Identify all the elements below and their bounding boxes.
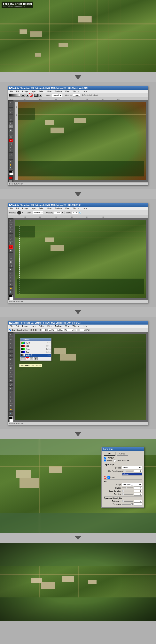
- preview-checkbox[interactable]: [104, 457, 106, 459]
- menu-layer-3[interactable]: Layer: [30, 325, 36, 328]
- source-select[interactable]: None Transparency Alpha 1: [122, 466, 142, 469]
- bbox-h-input[interactable]: [80, 329, 89, 332]
- rotation-thumb[interactable]: [122, 493, 124, 495]
- tool2-pen[interactable]: ✒: [8, 268, 13, 271]
- mode-select-2[interactable]: Normal: [33, 211, 43, 214]
- tool3-pen[interactable]: ✒: [8, 387, 13, 390]
- tool3-magic[interactable]: ✦: [8, 346, 13, 349]
- tool2-history[interactable]: ↺: [8, 253, 13, 256]
- channel-row-alpha1[interactable]: Alpha 1 Ctrl+4: [20, 354, 51, 357]
- channel-row-blue[interactable]: Blue Ctrl+3: [20, 350, 51, 354]
- bg-color-2[interactable]: [9, 297, 13, 300]
- tool2-brush-active[interactable]: ✏: [8, 245, 13, 249]
- menu-window-3[interactable]: Window: [72, 325, 80, 328]
- opacity-input-1[interactable]: [73, 94, 80, 97]
- tool-pen[interactable]: ✒: [8, 146, 13, 149]
- tool2-stamp[interactable]: ▣: [8, 249, 13, 252]
- tool3-zoom[interactable]: 🔍: [8, 412, 13, 415]
- menu-filter-1[interactable]: Filter: [47, 90, 52, 93]
- tool-shape[interactable]: □: [8, 156, 13, 159]
- brightness-thumb[interactable]: [122, 500, 124, 502]
- menu-file-2[interactable]: File: [9, 207, 13, 210]
- gradient-reflected-btn[interactable]: ◫: [34, 94, 38, 97]
- invert-checkbox[interactable]: [107, 476, 110, 479]
- tool3-brush[interactable]: ✏: [8, 362, 13, 366]
- menu-analysis-2[interactable]: Analysis: [54, 207, 63, 210]
- menu-layer-1[interactable]: Layer: [30, 90, 36, 93]
- tool2-eyedrop[interactable]: 🖊: [8, 238, 13, 241]
- tool2-eraser[interactable]: ◻: [8, 256, 13, 260]
- bbox-y-input[interactable]: [54, 329, 64, 332]
- channel-delete-btn[interactable]: 🗑: [34, 358, 38, 360]
- tool-hand[interactable]: ✋: [8, 163, 13, 166]
- tool3-gradient[interactable]: ▦: [8, 378, 13, 382]
- rotation-input[interactable]: [134, 493, 142, 496]
- tool3-lasso[interactable]: ⊂: [8, 341, 13, 345]
- menu-layer-2[interactable]: Layer: [30, 207, 36, 210]
- channel-save-btn[interactable]: □: [26, 358, 29, 360]
- airbrush-btn[interactable]: 💨: [79, 212, 81, 214]
- gradient-preview[interactable]: [9, 94, 20, 97]
- blade-input[interactable]: [134, 490, 142, 492]
- channel-load-btn[interactable]: ○: [21, 358, 25, 360]
- menu-edit-1[interactable]: Edit: [15, 90, 20, 93]
- channel-row-green[interactable]: Green Ctrl+2: [20, 348, 51, 350]
- tool2-path[interactable]: ▷: [8, 276, 13, 279]
- menu-select-2[interactable]: Select: [38, 207, 45, 210]
- tool-stamp[interactable]: ▣: [8, 128, 13, 132]
- alpha1-option-highlighted[interactable]: Alpha 1: [122, 473, 142, 476]
- menu-select-3[interactable]: Select: [38, 325, 45, 328]
- tool-eraser[interactable]: ◻: [8, 135, 13, 138]
- menu-analysis-3[interactable]: Analysis: [54, 325, 63, 328]
- tool3-hand[interactable]: ✋: [8, 408, 13, 411]
- tool3-heal[interactable]: ✚: [8, 358, 13, 362]
- tool3-crop[interactable]: ⊡: [8, 350, 13, 353]
- brightness-input[interactable]: [134, 500, 142, 502]
- bbox-x-input[interactable]: [42, 329, 52, 332]
- tool3-eraser[interactable]: ◻: [8, 374, 13, 378]
- tool2-heal[interactable]: ✚: [8, 242, 13, 245]
- gradient-linear-btn[interactable]: ▬: [21, 94, 25, 97]
- blur-focal-input[interactable]: [134, 470, 142, 472]
- rotation-slider[interactable]: [122, 494, 133, 494]
- menu-help-3[interactable]: Help: [82, 325, 87, 328]
- dialog-ok-btn[interactable]: OK: [104, 452, 115, 456]
- radius-slider[interactable]: [122, 488, 133, 488]
- tool-magic-wand[interactable]: ✦: [8, 111, 13, 114]
- tool3-select[interactable]: ▭: [8, 337, 13, 341]
- standard-mode-btn[interactable]: [9, 180, 12, 182]
- radius-input[interactable]: [134, 486, 142, 489]
- brush-preview[interactable]: [17, 211, 21, 214]
- tool2-gradient[interactable]: ▦: [8, 260, 13, 264]
- tool2-shape[interactable]: □: [8, 279, 13, 282]
- tool3-text[interactable]: T: [8, 391, 13, 394]
- menu-edit-3[interactable]: Edit: [15, 325, 20, 328]
- tool-gradient-active[interactable]: ▦: [8, 139, 13, 142]
- blur-focal-slider[interactable]: [124, 471, 133, 472]
- menu-help-2[interactable]: Help: [82, 207, 87, 210]
- tool-select-rect[interactable]: ▭: [8, 104, 13, 108]
- tool-history-brush[interactable]: ↺: [8, 132, 13, 135]
- menu-file-3[interactable]: File: [9, 325, 13, 328]
- menu-window-2[interactable]: Window: [72, 207, 80, 210]
- show-bounding-box-checkbox[interactable]: [9, 329, 11, 332]
- tool3-stamp[interactable]: ▣: [8, 366, 13, 370]
- tool2-crop[interactable]: ⊡: [8, 234, 13, 237]
- blade-thumb[interactable]: [122, 490, 124, 492]
- tool3-shape[interactable]: □: [8, 399, 13, 403]
- threshold-thumb[interactable]: [131, 503, 133, 505]
- threshold-input[interactable]: [134, 503, 142, 506]
- blade-slider[interactable]: [122, 491, 133, 492]
- tool3-move[interactable]: ↖: [8, 333, 13, 337]
- quick-mask-btn[interactable]: [9, 177, 12, 180]
- bbox-w-input[interactable]: [67, 329, 77, 332]
- tool2-magic[interactable]: ✦: [8, 230, 13, 234]
- channels-menu-icon[interactable]: ☰: [48, 339, 50, 341]
- menu-file-1[interactable]: File: [9, 90, 13, 93]
- menu-filter-2[interactable]: Filter: [47, 207, 52, 210]
- dialog-cancel-btn[interactable]: Cancel: [117, 452, 128, 456]
- flow-input[interactable]: [72, 211, 78, 214]
- radius-thumb[interactable]: [126, 487, 127, 489]
- tool-heal[interactable]: ✚: [8, 122, 13, 125]
- gradient-radial-btn[interactable]: ◉: [26, 94, 29, 97]
